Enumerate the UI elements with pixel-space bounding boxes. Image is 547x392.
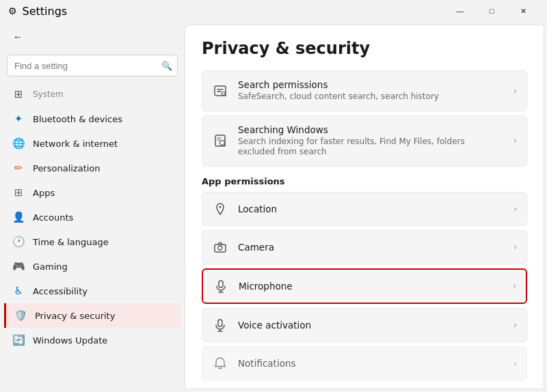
search-icon: 🔍 [161,61,172,71]
search-permissions-text: Search permissions SafeSearch, cloud con… [238,79,504,102]
searching-windows-text: Searching Windows Search indexing for fa… [238,124,504,158]
sidebar-item-label: Bluetooth & devices [33,114,172,124]
time-icon: 🕐 [12,236,25,248]
location-card[interactable]: Location › [202,192,527,226]
sidebar-item-label: System [33,89,172,99]
camera-card[interactable]: Camera › [202,230,527,264]
search-permissions-title: Search permissions [238,79,504,90]
microphone-text: Microphone [239,281,503,292]
title-bar-left: ⚙️ Settings [8,5,67,18]
sidebar-item-bluetooth[interactable]: ✦ Bluetooth & devices [4,107,181,131]
maximize-button[interactable]: □ [476,0,507,22]
notifications-card[interactable]: Notifications › [202,346,527,380]
search-input[interactable] [7,55,178,76]
sidebar-item-label: Time & language [33,237,172,247]
sidebar-item-label: Apps [33,188,172,198]
svg-rect-10 [218,320,222,326]
minimize-button[interactable]: — [444,0,476,22]
sidebar-item-accounts[interactable]: 👤 Accounts [4,205,181,229]
sidebar-item-windows-update[interactable]: 🔄 Windows Update [4,328,181,352]
notifications-row: Notifications › [202,347,526,380]
sidebar-item-time-language[interactable]: 🕐 Time & language [4,229,181,254]
sidebar-item-gaming[interactable]: 🎮 Gaming [4,254,181,279]
svg-rect-7 [219,281,223,288]
chevron-icon: › [513,86,517,96]
search-box: 🔍 [7,55,178,76]
update-icon: 🔄 [12,334,25,346]
sidebar-nav-top: ← [0,22,185,52]
bluetooth-icon: ✦ [12,113,25,125]
sidebar-item-label: Accounts [33,212,172,223]
sidebar-item-label: Privacy & security [35,311,172,321]
searching-windows-subtitle: Search indexing for faster results, Find… [238,137,504,158]
svg-rect-0 [215,86,226,96]
back-icon: ← [13,31,23,42]
voice-activation-title: Voice activation [238,320,504,331]
searching-windows-row: Searching Windows Search indexing for fa… [202,116,526,166]
camera-title: Camera [238,242,504,253]
close-button[interactable]: ✕ [507,0,539,22]
location-title: Location [238,204,504,214]
notifications-text: Notifications [238,358,504,369]
sidebar-item-label: Network & internet [33,139,172,149]
location-text: Location [238,204,504,214]
back-button[interactable]: ← [8,27,27,46]
location-icon [212,201,228,217]
camera-text: Camera [238,242,504,253]
title-bar-controls: — □ ✕ [444,0,539,22]
chevron-icon: › [513,204,517,214]
sidebar: ← 🔍 ⊞ System ✦ Bluetooth & devices 🌐 Net… [0,22,185,392]
chevron-icon: › [513,320,517,330]
voice-activation-icon [212,317,228,333]
search-permissions-icon [212,83,228,99]
sidebar-item-label: Gaming [33,262,172,272]
voice-activation-card[interactable]: Voice activation › [202,308,527,342]
sidebar-item-label: Personalization [33,163,172,173]
notifications-title: Notifications [238,358,504,369]
chevron-icon: › [513,242,517,252]
chevron-icon: › [513,281,516,291]
microphone-card[interactable]: Microphone › [202,268,527,304]
title-bar-title: Settings [23,5,68,18]
network-icon: 🌐 [12,137,25,150]
notifications-icon [212,355,228,372]
chevron-icon: › [513,136,517,145]
camera-icon [212,239,228,255]
app-icon: ⚙️ [8,5,17,16]
voice-activation-text: Voice activation [238,320,504,331]
search-permissions-row: Search permissions SafeSearch, cloud con… [202,71,526,111]
location-row: Location › [202,193,526,225]
camera-row: Camera › [202,231,526,264]
system-icon: ⊞ [12,88,25,100]
microphone-title: Microphone [239,281,503,292]
sidebar-item-network[interactable]: 🌐 Network & internet [4,131,181,156]
searching-windows-card[interactable]: Searching Windows Search indexing for fa… [202,115,527,167]
main-content: Privacy & security Search permissions Sa… [185,25,544,389]
sidebar-item-label: Accessibility [33,286,172,296]
personalization-icon: ✏️ [12,162,25,174]
app-permissions-label: App permissions [202,176,527,186]
accessibility-icon: ♿ [12,285,25,297]
gaming-icon: 🎮 [12,260,25,272]
chevron-icon: › [513,359,517,368]
microphone-row: Microphone › [203,270,526,303]
searching-windows-title: Searching Windows [238,124,504,135]
voice-activation-row: Voice activation › [202,309,526,341]
svg-point-4 [219,206,222,208]
sidebar-item-apps[interactable]: ⊞ Apps [4,180,181,205]
title-bar: ⚙️ Settings — □ ✕ [0,0,547,22]
sidebar-item-system[interactable]: ⊞ System [4,82,181,107]
apps-icon: ⊞ [12,186,25,199]
sidebar-item-accessibility[interactable]: ♿ Accessibility [4,279,181,303]
page-title: Privacy & security [202,39,527,58]
sidebar-item-privacy-security[interactable]: 🛡️ Privacy & security [4,303,181,328]
search-permissions-subtitle: SafeSearch, cloud content search, search… [238,92,504,102]
searching-windows-icon [212,132,228,149]
accounts-icon: 👤 [12,211,25,223]
sidebar-item-personalization[interactable]: ✏️ Personalization [4,156,181,180]
svg-point-6 [218,246,222,250]
search-permissions-card[interactable]: Search permissions SafeSearch, cloud con… [202,70,527,111]
window-body: ← 🔍 ⊞ System ✦ Bluetooth & devices 🌐 Net… [0,22,547,392]
microphone-icon [213,278,229,294]
sidebar-item-label: Windows Update [33,335,172,346]
